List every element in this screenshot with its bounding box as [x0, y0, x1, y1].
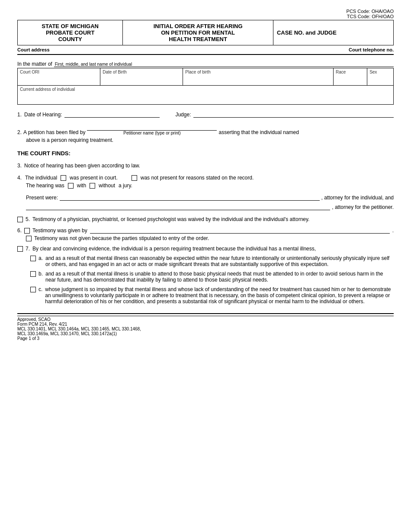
- s2-text2: asserting that the individual named: [218, 129, 299, 135]
- attorney-petitioner-field[interactable]: [26, 203, 330, 210]
- address-label: Current address of individual: [20, 87, 391, 92]
- s4-text1: The individual: [25, 175, 57, 181]
- sex-label: Sex: [369, 70, 391, 74]
- section-1-line: 1. Date of Hearing: Judge:: [17, 111, 394, 118]
- address-cell: Current address of individual: [18, 86, 394, 105]
- s7b-checkbox[interactable]: [30, 271, 36, 277]
- header-left: STATE OF MICHIGAN PROBATE COURT COUNTY: [18, 20, 123, 45]
- judge-field[interactable]: [193, 111, 394, 118]
- individual-name-field[interactable]: First, middle, and last name of individu…: [54, 61, 394, 67]
- s7c-line: c. whose judgment is so impaired by that…: [30, 286, 394, 304]
- dob-label: Date of Birth: [103, 70, 180, 74]
- state-label: STATE OF MICHIGAN: [21, 23, 119, 29]
- attorney-petitioner-text: , attorney for the petitioner.: [332, 204, 394, 210]
- s7-text: By clear and convincing evidence, the in…: [32, 246, 316, 252]
- s6-text1: Testimony was given by: [32, 228, 87, 234]
- s7c-checkbox[interactable]: [30, 287, 36, 292]
- pob-cell: Place of birth: [183, 68, 334, 86]
- section-3: 3. Notice of hearing has been given acco…: [17, 163, 394, 169]
- petitioner-name-container: Petitioner name (type or print): [87, 124, 217, 135]
- title-line3: HEALTH TREATMENT: [126, 36, 270, 42]
- date-of-hearing-label: Date of Hearing:: [24, 112, 62, 118]
- dob-value[interactable]: [103, 74, 180, 84]
- case-no-judge-label: CASE NO. and JUDGE: [277, 29, 337, 36]
- s6-checkbox1[interactable]: [24, 228, 30, 234]
- court-telephone-label: Court telephone no.: [349, 47, 394, 52]
- header-right: CASE NO. and JUDGE: [273, 20, 393, 45]
- sex-cell: Sex: [367, 68, 394, 86]
- footer-mcl1: MCL 330.1401, MCL 330.1464a, MCL 330.146…: [17, 327, 394, 331]
- court-address-label: Court address: [17, 47, 50, 52]
- footer-page: Page 1 of 3: [17, 336, 394, 341]
- court-finds-label: THE COURT FINDS:: [17, 150, 71, 157]
- s5-checkbox[interactable]: [17, 217, 23, 222]
- s6-line1: 6. Testimony was given by .: [17, 227, 394, 234]
- court-label: PROBATE COURT: [21, 29, 119, 36]
- s7-line: 7. By clear and convincing evidence, the…: [17, 246, 394, 252]
- s4-text2: The hearing was: [26, 183, 64, 189]
- s5-number: 5.: [26, 216, 30, 222]
- s7a-label: a.: [39, 255, 43, 261]
- with-label: with: [77, 183, 86, 189]
- race-cell: Race: [333, 68, 367, 86]
- s6-text2: Testimony was not given because the part…: [34, 235, 209, 241]
- in-matter-section: In the matter of First, middle, and last…: [17, 61, 394, 67]
- s6-period: .: [392, 228, 394, 234]
- address-value[interactable]: [20, 92, 391, 103]
- s4-checkbox1-label: was present in court.: [70, 175, 118, 181]
- s4-without-checkbox[interactable]: [90, 183, 95, 189]
- pob-label: Place of birth: [185, 70, 331, 74]
- pob-value[interactable]: [185, 74, 331, 84]
- present-were-field[interactable]: [60, 194, 320, 201]
- sex-value[interactable]: [369, 74, 391, 84]
- judge-label: Judge:: [175, 112, 191, 118]
- s7-number: 7.: [26, 246, 30, 252]
- section-5: 5. Testimony of a physician, psychiatris…: [17, 216, 394, 222]
- main-divider: [17, 54, 394, 55]
- dob-cell: Date of Birth: [100, 68, 183, 86]
- s7a-checkbox[interactable]: [30, 256, 36, 261]
- s6-testimony-field[interactable]: [90, 227, 390, 234]
- section-2: 2. A petition has been filed by Petition…: [17, 124, 394, 143]
- section-4: 4. The individual was present in court. …: [17, 175, 394, 189]
- s7b-line: b. and as a result of that mental illnes…: [30, 271, 394, 283]
- s3-line: 3. Notice of hearing has been given acco…: [17, 163, 394, 169]
- s5-line: 5. Testimony of a physician, psychiatris…: [17, 216, 394, 222]
- court-ori-value[interactable]: [20, 74, 98, 84]
- title-line1: INITIAL ORDER AFTER HEARING: [126, 23, 270, 29]
- footer-form: Form PCM 214, Rev. 4/21: [17, 322, 394, 327]
- petitioner-name-field[interactable]: [87, 124, 217, 131]
- section-7: 7. By clear and convincing evidence, the…: [17, 246, 394, 304]
- s7c-label: c.: [39, 286, 42, 292]
- s3-number: 3.: [17, 163, 22, 169]
- s4-with-checkbox[interactable]: [68, 183, 74, 189]
- county-label: COUNTY: [21, 36, 119, 42]
- present-were-line: Present were: , attorney for the individ…: [26, 194, 394, 201]
- race-label: Race: [336, 70, 365, 74]
- s2-line: 2. A petition has been filed by Petition…: [17, 124, 394, 135]
- s7-checkbox[interactable]: [17, 246, 23, 252]
- s7b-text: and as a result of that mental illness i…: [45, 271, 394, 283]
- s4-checkbox1[interactable]: [61, 175, 66, 181]
- court-finds-heading: THE COURT FINDS:: [17, 150, 394, 157]
- present-line2: , attorney for the petitioner.: [26, 203, 394, 210]
- in-matter-label: In the matter of: [17, 61, 52, 67]
- s3-text: Notice of hearing has been given accordi…: [24, 163, 140, 169]
- pcs-line1: PCS Code: OHA/OAO: [17, 9, 394, 14]
- footer-approved: Approved, SCAO: [17, 317, 394, 322]
- attorney-individual-text: , attorney for the individual, and: [321, 195, 394, 201]
- s7a-text: and as a result of that mental illness c…: [45, 255, 394, 267]
- section-1: 1. Date of Hearing: Judge:: [17, 111, 394, 118]
- footer-mcl2: MCL 330.1469a, MCL 330.1470, MCL 330.147…: [17, 331, 394, 336]
- s6-checkbox2[interactable]: [26, 236, 32, 241]
- without-label: without: [99, 183, 115, 189]
- section-6: 6. Testimony was given by . Testimony wa…: [17, 227, 394, 241]
- s4-line2: The hearing was with without a jury.: [26, 183, 394, 189]
- race-value[interactable]: [336, 74, 365, 84]
- petitioner-sublabel: Petitioner name (type or print): [87, 131, 217, 135]
- s4-checkbox2[interactable]: [132, 175, 137, 181]
- s7b-label: b.: [39, 271, 43, 277]
- s1-number: 1.: [17, 112, 22, 118]
- header-center: INITIAL ORDER AFTER HEARING ON PETITION …: [123, 20, 273, 45]
- date-of-hearing-field[interactable]: [64, 111, 160, 118]
